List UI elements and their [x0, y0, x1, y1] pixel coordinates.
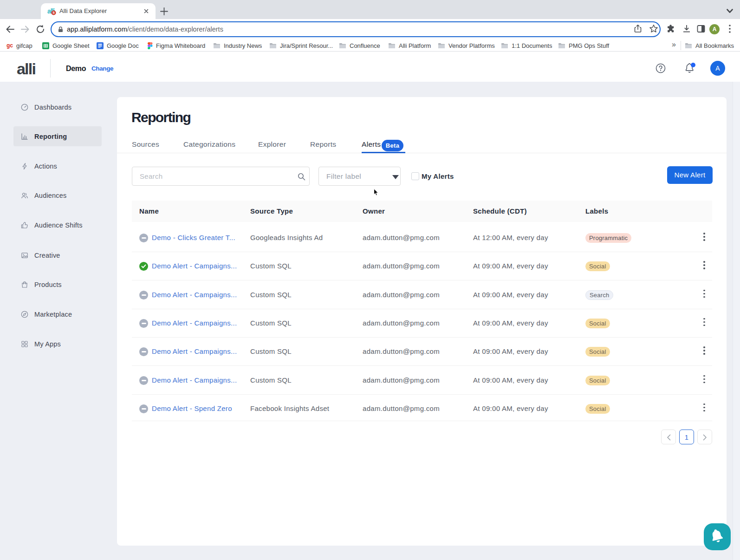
svg-text:5: 5 [52, 11, 55, 15]
